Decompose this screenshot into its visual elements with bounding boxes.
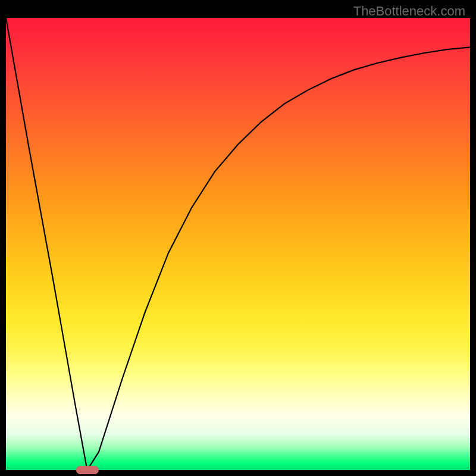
plot-area [6, 18, 470, 470]
plot-frame [6, 18, 470, 470]
bottleneck-curve [6, 18, 470, 470]
watermark-text: TheBottleneck.com [353, 4, 465, 19]
optimal-marker [76, 466, 99, 474]
